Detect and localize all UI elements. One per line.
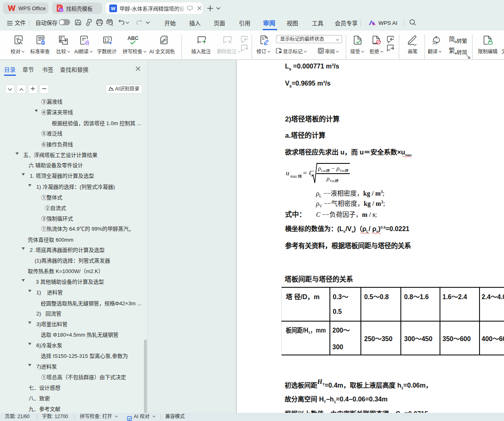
svg-text:AI: AI (60, 9, 62, 11)
svg-text:ABC: ABC (127, 35, 138, 41)
svg-text:12: 12 (104, 37, 110, 43)
svg-text:繁: 繁 (449, 47, 455, 54)
svg-text:W: W (111, 6, 115, 11)
svg-text:文: 文 (432, 40, 436, 44)
svg-text:A: A (437, 36, 440, 40)
svg-text:简: 简 (449, 35, 455, 42)
